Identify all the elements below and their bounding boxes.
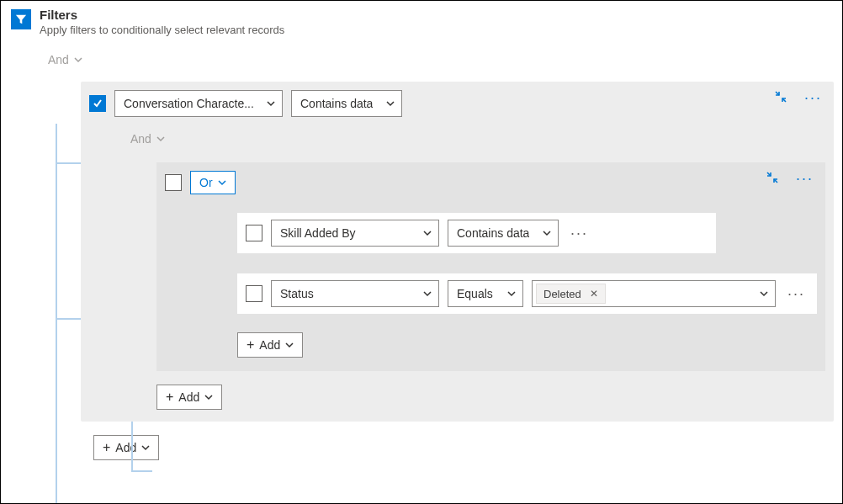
- chevron-down-icon: [141, 443, 150, 452]
- row2-value-select[interactable]: Deleted ✕: [532, 280, 776, 307]
- close-icon[interactable]: ✕: [590, 288, 598, 300]
- group1-condition-label: Contains data: [300, 97, 373, 110]
- group1-field-select[interactable]: Conversation Characte...: [114, 90, 283, 117]
- collapse-icon[interactable]: [774, 90, 787, 106]
- row1-checkbox[interactable]: [246, 225, 262, 241]
- filters-icon: [11, 9, 31, 29]
- group2-logic-selector[interactable]: Or: [190, 171, 236, 194]
- plus-icon: +: [103, 441, 110, 454]
- root-logic-label: And: [48, 53, 69, 66]
- add-label: Add: [115, 441, 136, 454]
- group1-condition-select[interactable]: Contains data: [291, 90, 402, 117]
- chevron-down-icon: [543, 229, 551, 237]
- chevron-down-icon: [218, 178, 226, 187]
- more-icon[interactable]: ···: [801, 87, 825, 109]
- root-logic-selector[interactable]: And: [39, 48, 92, 72]
- chevron-down-icon: [423, 229, 432, 237]
- more-icon[interactable]: ···: [784, 282, 809, 306]
- chevron-down-icon: [267, 99, 275, 108]
- add-button[interactable]: + Add: [93, 435, 159, 460]
- group1-checkbox[interactable]: [89, 95, 106, 112]
- row1-field-select[interactable]: Skill Added By: [271, 220, 439, 247]
- chevron-down-icon: [386, 99, 395, 108]
- chevron-down-icon: [285, 341, 294, 349]
- row1-condition-select[interactable]: Contains data: [448, 220, 559, 247]
- page-subtitle: Apply filters to conditionally select re…: [40, 24, 284, 36]
- more-icon[interactable]: ···: [793, 167, 817, 189]
- group2-checkbox[interactable]: [165, 174, 182, 191]
- chevron-down-icon: [74, 56, 82, 64]
- chevron-down-icon: [507, 289, 516, 298]
- group2-logic-label: Or: [199, 176, 213, 189]
- value-tag-label: Deleted: [543, 288, 581, 300]
- row2-checkbox[interactable]: [246, 285, 262, 302]
- chevron-down-icon: [156, 135, 165, 143]
- chevron-down-icon: [204, 393, 213, 401]
- more-icon[interactable]: ···: [567, 221, 591, 246]
- collapse-icon[interactable]: [766, 171, 779, 187]
- plus-icon: +: [247, 338, 254, 352]
- row1-field-label: Skill Added By: [280, 226, 356, 240]
- plus-icon: +: [166, 390, 173, 404]
- group1-field-label: Conversation Characte...: [124, 97, 254, 110]
- row1-condition-label: Contains data: [457, 226, 529, 240]
- chevron-down-icon: [423, 289, 432, 298]
- row2-field-select[interactable]: Status: [271, 280, 439, 307]
- row2-condition-label: Equals: [457, 287, 493, 300]
- value-tag: Deleted ✕: [536, 284, 606, 304]
- add-button[interactable]: + Add: [156, 385, 222, 410]
- group1-inner-logic-label: And: [130, 132, 151, 146]
- add-button[interactable]: + Add: [237, 332, 303, 358]
- add-label: Add: [178, 390, 199, 404]
- add-label: Add: [259, 338, 280, 352]
- row2-condition-select[interactable]: Equals: [448, 280, 523, 307]
- group1-inner-logic-selector[interactable]: And: [121, 127, 174, 151]
- page-title: Filters: [40, 8, 284, 22]
- row2-field-label: Status: [280, 287, 314, 300]
- chevron-down-icon: [760, 289, 768, 298]
